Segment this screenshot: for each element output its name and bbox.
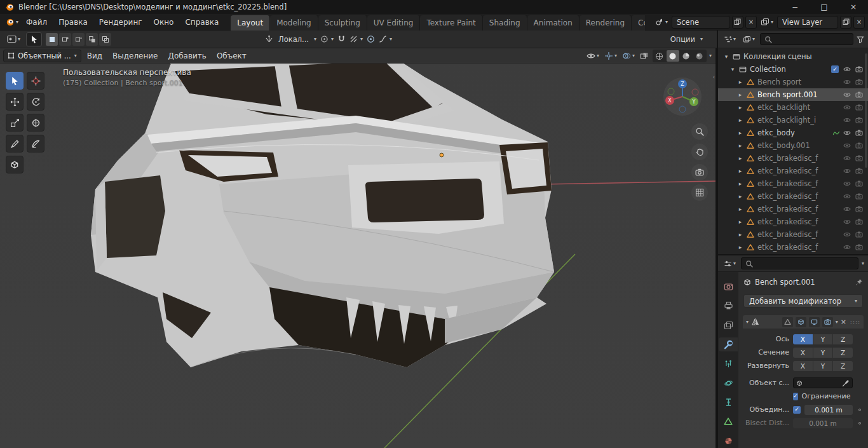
visibility-dropdown[interactable]: ▾ [585, 51, 600, 61]
outliner-row-etkc-body-001[interactable]: ▸ etkc_body.001 [718, 139, 868, 152]
collection-checkbox[interactable]: ✓ [831, 65, 839, 73]
expand-icon[interactable]: ▸ [737, 117, 743, 123]
minimize-button[interactable]: − [780, 0, 810, 14]
menu-file[interactable]: Файл [20, 14, 53, 31]
outliner-row-etkc-brakedisc-6[interactable]: ▸ etkc_brakedisc_f [718, 215, 868, 228]
tab-particles[interactable] [719, 356, 738, 370]
workspace-tab-sculpting[interactable]: Sculpting [318, 15, 367, 31]
modifier-on-cage-toggle[interactable] [782, 317, 793, 327]
menu-help[interactable]: Справка [179, 14, 224, 31]
add-modifier-button[interactable]: Добавить модификатор ▾ [743, 294, 863, 308]
perspective-toggle-icon[interactable] [691, 184, 708, 201]
properties-search-input[interactable] [741, 257, 858, 269]
mode-selector[interactable]: Объектный ... ▾ [3, 50, 81, 62]
object-name[interactable]: etkc_brakedisc_f [757, 230, 840, 239]
snap-toggle[interactable] [337, 35, 346, 43]
axis-z-button[interactable]: Z [833, 334, 853, 344]
workspace-tab-compositing[interactable]: Compositing [632, 15, 645, 31]
browse-scene-icon[interactable]: ▾ [653, 17, 670, 27]
measure-tool[interactable] [27, 135, 44, 153]
hide-viewport-icon[interactable] [843, 167, 851, 175]
scale-tool[interactable] [6, 114, 24, 132]
workspace-tab-layout[interactable]: Layout [231, 15, 270, 31]
new-view-layer-icon[interactable] [840, 16, 851, 29]
modifier-realtime-toggle[interactable] [809, 317, 820, 327]
outliner-row-scene-collection[interactable]: ▾ Коллекция сцены [718, 50, 868, 63]
tab-modifiers[interactable] [719, 337, 738, 351]
expand-icon[interactable]: ▸ [737, 79, 743, 85]
disable-render-icon[interactable] [855, 116, 863, 124]
expand-icon[interactable]: ▸ [737, 92, 743, 98]
hide-viewport-icon[interactable] [843, 78, 851, 86]
expand-icon[interactable]: ▾ [723, 53, 729, 60]
modifier-delete-icon[interactable]: × [841, 318, 846, 326]
merge-checkbox[interactable]: ✓ [793, 406, 801, 414]
outliner-filter-icon[interactable] [857, 36, 864, 43]
select-intersect-icon[interactable] [99, 33, 111, 46]
shading-solid-button[interactable] [667, 50, 679, 62]
tab-physics[interactable] [719, 376, 738, 390]
object-name[interactable]: Bench sport [757, 78, 840, 86]
expand-icon[interactable]: ▸ [737, 104, 743, 111]
move-tool[interactable] [6, 93, 24, 111]
expand-icon[interactable]: ▾ [729, 66, 736, 72]
rotate-tool[interactable] [27, 93, 44, 111]
properties-editor-type-icon[interactable]: ▾ [722, 259, 738, 269]
tab-output[interactable] [719, 299, 738, 313]
collection-name[interactable]: Collection [750, 65, 828, 74]
hide-viewport-icon[interactable] [843, 91, 851, 98]
disable-render-icon[interactable] [855, 193, 863, 200]
viewport-canvas[interactable] [0, 64, 717, 448]
transform-tool[interactable] [27, 114, 44, 132]
bisect-z-button[interactable]: Z [833, 348, 853, 358]
menu-view[interactable]: Вид [83, 51, 107, 60]
workspace-tab-modeling[interactable]: Modeling [270, 15, 318, 31]
hide-viewport-icon[interactable] [843, 231, 851, 238]
new-scene-icon[interactable] [732, 16, 743, 29]
outliner-search-input[interactable] [760, 33, 853, 45]
axis-x-button[interactable]: X [793, 334, 813, 344]
outliner-row-etkc-brakedisc-8[interactable]: ▸ etkc_brakedisc_f [718, 241, 868, 254]
menu-select[interactable]: Выделение [108, 51, 162, 60]
menu-render[interactable]: Рендеринг [93, 14, 148, 31]
menu-edit[interactable]: Правка [53, 14, 93, 31]
collection-name[interactable]: Коллекция сцены [743, 52, 863, 61]
hide-viewport-icon[interactable] [843, 218, 851, 226]
hide-viewport-icon[interactable] [843, 154, 851, 162]
outliner-display-mode-icon[interactable]: ▾ [741, 34, 757, 44]
menu-object[interactable]: Объект [212, 51, 251, 60]
modifier-drag-handle[interactable]: :::: [850, 319, 860, 325]
view-layer-icon[interactable]: ▾ [759, 17, 775, 27]
expand-icon[interactable]: ▸ [737, 130, 743, 136]
object-name[interactable]: etkc_body.001 [757, 141, 840, 150]
navigation-gizmo[interactable]: Z X Y [662, 76, 703, 117]
disable-render-icon[interactable] [855, 154, 863, 162]
outliner-row-collection[interactable]: ▾ Collection ✓ [718, 63, 868, 76]
overlays-toggle[interactable]: ▾ [621, 51, 636, 61]
shading-rendered-button[interactable] [693, 50, 706, 62]
workspace-tab-uv-editing[interactable]: UV Editing [367, 15, 421, 31]
outliner-row-bench-sport-001[interactable]: ▸ Bench sport.001 [718, 88, 868, 101]
cursor-tool[interactable] [27, 72, 44, 90]
expand-icon[interactable]: ▸ [737, 219, 743, 225]
select-extend-icon[interactable] [59, 33, 71, 46]
view-layer-name-field[interactable]: View Layer [777, 16, 838, 29]
region-collapse-arrow[interactable]: ‹ [712, 74, 715, 80]
clipping-checkbox[interactable]: ✓ [793, 393, 798, 400]
disable-render-icon[interactable] [855, 129, 863, 137]
outliner-editor-type-icon[interactable]: ▾ [722, 34, 738, 44]
merge-value-field[interactable]: 0.001 m [804, 405, 853, 415]
hide-viewport-icon[interactable] [843, 142, 851, 149]
shading-wireframe-button[interactable] [653, 50, 666, 62]
outliner-row-etkc-brakedisc-4[interactable]: ▸ etkc_brakedisc_f [718, 190, 868, 203]
disable-render-icon[interactable] [855, 167, 863, 175]
disable-render-icon[interactable] [855, 142, 863, 149]
object-name[interactable]: etkc_brakedisc_f [757, 243, 840, 252]
hide-viewport-icon[interactable] [843, 104, 851, 111]
modifier-expand-icon[interactable]: ▾ [746, 320, 749, 325]
object-name-text[interactable]: Bench sport.001 [755, 278, 815, 287]
pivot-point-dropdown[interactable]: ▾ [320, 35, 334, 43]
gizmo-x-label[interactable]: X [668, 98, 672, 104]
expand-icon[interactable]: ▸ [737, 155, 743, 161]
bisect-distance-field[interactable]: 0.001 m [793, 418, 853, 428]
